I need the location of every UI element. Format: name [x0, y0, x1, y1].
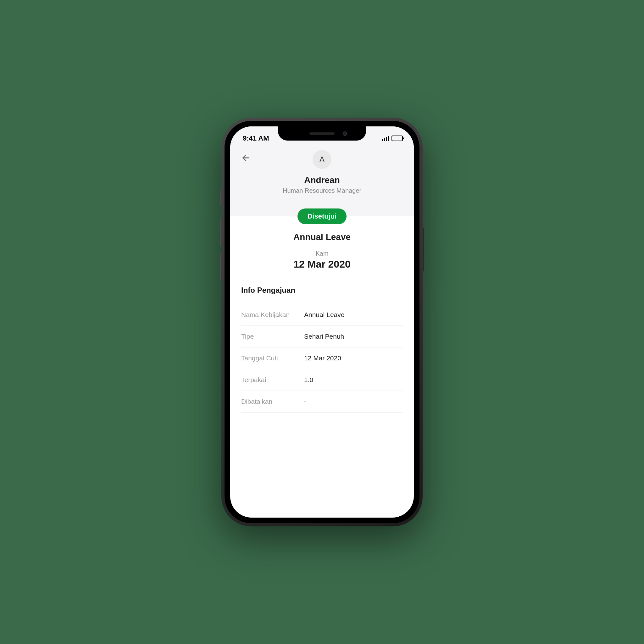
user-role: Human Resources Manager	[240, 187, 404, 194]
info-label: Tipe	[241, 333, 304, 340]
info-row: Tipe Sehari Penuh	[241, 326, 403, 347]
info-value: -	[304, 398, 403, 405]
leave-day-label: Kam	[241, 250, 403, 257]
phone-mockup: 9:41 AM	[221, 118, 423, 526]
info-value: 1.0	[304, 376, 403, 384]
phone-outer-frame: 9:41 AM	[221, 118, 423, 526]
battery-icon	[391, 136, 403, 141]
notch-camera	[343, 131, 347, 136]
info-row: Dibatalkan -	[241, 391, 403, 413]
info-value: Annual Leave	[304, 311, 403, 319]
leave-date: 12 Mar 2020	[241, 258, 403, 270]
profile-header: A Andrean Human Resources Manager	[230, 144, 414, 216]
leave-title: Annual Leave	[241, 232, 403, 242]
info-row: Tanggal Cuti 12 Mar 2020	[241, 347, 403, 369]
info-label: Terpakai	[241, 376, 304, 384]
info-label: Tanggal Cuti	[241, 354, 304, 362]
phone-inner-frame: 9:41 AM	[225, 121, 419, 523]
back-button[interactable]	[240, 152, 252, 164]
status-right	[382, 136, 403, 141]
info-value: 12 Mar 2020	[304, 354, 403, 362]
info-section-title: Info Pengajuan	[241, 286, 403, 295]
avatar-initial: A	[319, 155, 325, 164]
status-badge: Disetujui	[297, 208, 347, 224]
signal-icon	[382, 136, 389, 141]
user-name: Andrean	[240, 175, 404, 185]
arrow-left-icon	[241, 153, 250, 162]
info-label: Dibatalkan	[241, 398, 304, 405]
info-row: Terpakai 1.0	[241, 369, 403, 391]
avatar: A	[313, 150, 331, 169]
info-label: Nama Kebijakan	[241, 311, 304, 319]
phone-notch	[278, 126, 366, 141]
status-time: 9:41 AM	[243, 134, 269, 142]
info-value: Sehari Penuh	[304, 333, 403, 340]
phone-screen: 9:41 AM	[230, 126, 414, 518]
info-row: Nama Kebijakan Annual Leave	[241, 304, 403, 326]
notch-speaker	[309, 132, 335, 135]
content-section: Annual Leave Kam 12 Mar 2020 Info Pengaj…	[230, 216, 414, 422]
